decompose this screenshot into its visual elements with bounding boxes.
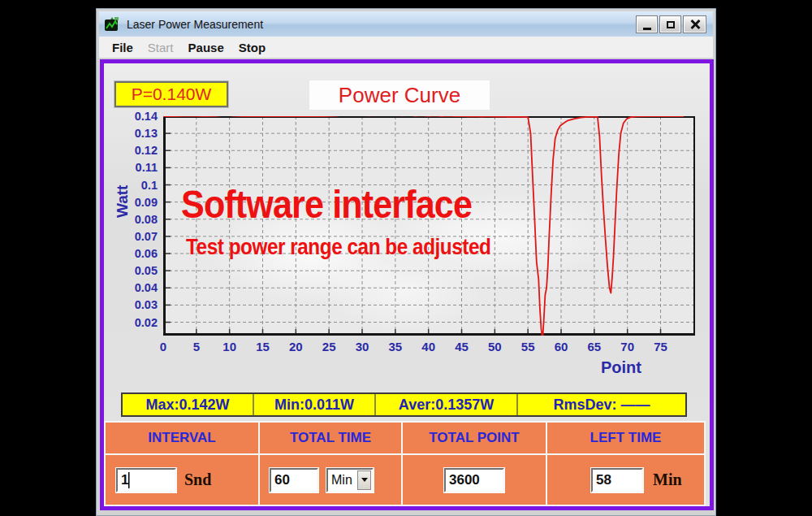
titlebar: Laser Power Measurement	[99, 11, 713, 37]
y-tick-label: 0.1	[109, 178, 158, 193]
x-tick-label: 0	[160, 340, 166, 353]
power-curve-canvas	[163, 116, 695, 336]
close-icon	[690, 20, 700, 29]
x-axis-label: Point	[572, 358, 670, 377]
menu-file[interactable]: File	[112, 41, 133, 54]
maximize-icon	[667, 21, 675, 28]
stat-min: Min:0.011W	[254, 394, 376, 415]
x-tick-label: 50	[488, 340, 502, 353]
left-time-unit-label: Min	[653, 470, 682, 489]
x-tick-label: 75	[654, 340, 667, 353]
power-curve-plot: Software interface Test power range can …	[163, 116, 695, 336]
settings-table: INTERVAL TOTAL TIME TOTAL POINT LEFT TIM…	[104, 421, 706, 506]
x-tick-label: 35	[389, 340, 403, 353]
y-axis-ticks: 0.140.130.120.110.10.090.080.070.060.050…	[104, 116, 160, 336]
y-tick-label: 0.07	[109, 229, 158, 244]
x-tick-label: 45	[455, 340, 469, 353]
total-point-input[interactable]	[444, 468, 504, 492]
stat-max: Max:0.142W	[123, 394, 254, 415]
header-interval: INTERVAL	[106, 423, 260, 453]
dropdown-button[interactable]	[357, 470, 371, 490]
watermark-subline: Test power range can be adjusted	[186, 236, 490, 258]
settings-header-row: INTERVAL TOTAL TIME TOTAL POINT LEFT TIM…	[106, 423, 704, 455]
x-tick-label: 55	[521, 340, 535, 353]
y-tick-label: 0.06	[109, 246, 158, 261]
app-icon	[104, 16, 120, 33]
y-tick-label: 0.14	[109, 109, 158, 124]
chevron-down-icon	[361, 478, 368, 482]
y-tick-label: 0.04	[109, 280, 158, 295]
y-tick-label: 0.12	[109, 143, 158, 158]
x-tick-label: 30	[356, 340, 369, 353]
dropdown-selected-value: Min	[328, 473, 357, 488]
x-tick-label: 20	[289, 340, 303, 353]
interval-input[interactable]	[116, 468, 176, 492]
menu-pause[interactable]: Pause	[188, 41, 224, 54]
x-axis-ticks: 051015202530354045505560657075	[163, 340, 695, 356]
y-tick-label: 0.03	[109, 297, 158, 312]
header-left-time: LEFT TIME	[547, 423, 704, 453]
total-time-unit-dropdown[interactable]: Min	[326, 468, 374, 492]
x-tick-label: 5	[193, 340, 200, 353]
app-window: Laser Power Measurement File Start Pause…	[96, 8, 716, 516]
maximize-button[interactable]	[659, 15, 681, 33]
minimize-icon	[643, 28, 651, 30]
y-tick-label: 0.13	[109, 126, 158, 141]
y-tick-label: 0.11	[109, 160, 158, 175]
stats-bar: Max:0.142W Min:0.011W Aver:0.1357W RmsDe…	[121, 392, 687, 417]
stat-aver: Aver:0.1357W	[376, 394, 518, 415]
y-tick-label: 0.05	[109, 263, 158, 278]
settings-input-row: Snd Min Min	[106, 455, 704, 505]
left-time-input[interactable]	[591, 468, 643, 492]
minimize-button[interactable]	[636, 15, 658, 33]
y-tick-label: 0.02	[109, 315, 158, 330]
x-tick-label: 40	[421, 340, 435, 353]
header-total-point: TOTAL POINT	[403, 423, 547, 453]
y-tick-label: 0.08	[109, 212, 158, 227]
total-time-input[interactable]	[270, 468, 318, 492]
window-title: Laser Power Measurement	[127, 18, 263, 31]
x-tick-label: 65	[588, 340, 602, 353]
x-tick-label: 60	[555, 340, 568, 353]
chart-title: Power Curve	[309, 80, 490, 110]
watermark-headline: Software interface	[181, 184, 472, 224]
x-tick-label: 15	[256, 340, 270, 353]
main-panel: P=0.140W Power Curve Watt 0.140.130.120.…	[100, 59, 714, 510]
menu-stop[interactable]: Stop	[239, 41, 266, 54]
interval-unit-label: Snd	[184, 470, 211, 489]
menu-start: Start	[148, 41, 174, 54]
header-total-time: TOTAL TIME	[260, 423, 403, 453]
menubar: File Start Pause Stop	[99, 37, 713, 58]
x-tick-label: 25	[322, 340, 336, 353]
close-button[interactable]	[683, 15, 706, 33]
stat-rmsdev: RmsDev: ——	[518, 394, 685, 415]
y-tick-label: 0.09	[109, 195, 158, 210]
x-tick-label: 70	[620, 340, 634, 353]
current-power-readout: P=0.140W	[114, 81, 228, 107]
x-tick-label: 10	[222, 340, 236, 353]
